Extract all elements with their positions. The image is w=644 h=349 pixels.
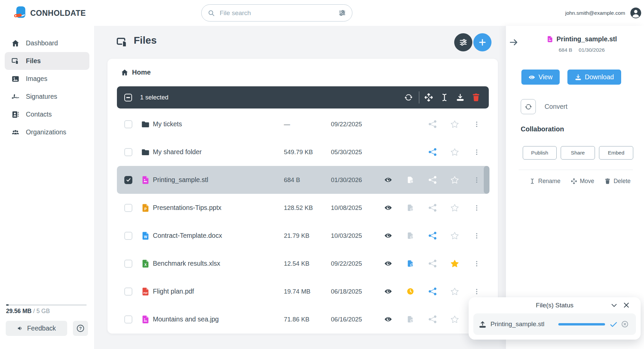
sidebar-item-organizations[interactable]: Organizations: [5, 123, 89, 141]
row-checkbox[interactable]: [124, 148, 132, 156]
file-name[interactable]: Flight plan.pdf: [153, 288, 284, 295]
file-row[interactable]: Printing_sample.stl684 B01/30/2026: [117, 166, 489, 194]
row-checkbox[interactable]: [124, 120, 132, 128]
share-icon[interactable]: [421, 285, 443, 299]
view-button[interactable]: View: [521, 70, 560, 85]
kebab-menu-icon[interactable]: [466, 257, 488, 271]
move-button[interactable]: Move: [571, 178, 594, 185]
preview-eye-icon[interactable]: [377, 229, 399, 243]
file-name[interactable]: My shared folder: [153, 148, 284, 156]
cancel-upload-icon[interactable]: [621, 320, 629, 328]
file-row[interactable]: Mountains and sea.jpg71.86 KB06/16/2025: [117, 305, 489, 333]
feedback-button[interactable]: Feedback: [6, 321, 67, 336]
sidebar-item-dashboard[interactable]: Dashboard: [5, 34, 89, 52]
star-icon[interactable]: [443, 201, 466, 215]
star-icon[interactable]: [443, 312, 466, 326]
rename-button[interactable]: Rename: [529, 178, 560, 185]
row-checkbox[interactable]: [124, 260, 132, 268]
row-checkbox[interactable]: [124, 204, 132, 212]
share-icon[interactable]: [421, 173, 443, 187]
file-name[interactable]: Benchmark results.xlsx: [153, 260, 284, 267]
sidebar-item-signatures[interactable]: Signatures: [5, 88, 89, 105]
convert-selected-icon[interactable]: [404, 93, 413, 101]
star-icon[interactable]: [443, 257, 466, 271]
move-selected-icon[interactable]: [425, 93, 433, 101]
share-icon[interactable]: [421, 145, 443, 159]
kebab-menu-icon[interactable]: [466, 117, 488, 131]
star-icon[interactable]: [443, 229, 466, 243]
file-row[interactable]: My tickets—09/22/2025: [117, 110, 489, 138]
delete-button[interactable]: Delete: [605, 178, 631, 185]
file-name[interactable]: Mountains and sea.jpg: [153, 315, 284, 323]
close-icon[interactable]: [622, 301, 630, 309]
brand-logo[interactable]: CONHOLDATE: [13, 6, 86, 20]
select-all-checkbox[interactable]: [124, 94, 132, 101]
conversion-status-icon[interactable]: [399, 201, 421, 215]
search-filter-icon[interactable]: [338, 9, 346, 17]
file-name[interactable]: Printing_sample.stl: [153, 176, 284, 184]
star-icon[interactable]: [443, 173, 466, 187]
file-row[interactable]: XBenchmark results.xlsx12.54 KB09/22/202…: [117, 250, 489, 277]
scrollbar-thumb[interactable]: [484, 166, 489, 194]
download-selected-icon[interactable]: [456, 93, 464, 101]
sidebar-item-contacts[interactable]: Contacts: [5, 105, 89, 123]
share-icon[interactable]: [421, 117, 443, 131]
add-file-button[interactable]: [473, 33, 491, 51]
row-checkbox[interactable]: [124, 232, 132, 240]
star-icon[interactable]: [443, 117, 466, 131]
organizations-icon: [11, 128, 19, 136]
list-settings-button[interactable]: [454, 33, 472, 51]
move-icon: [571, 178, 577, 184]
convert-button[interactable]: [521, 99, 536, 114]
details-file-name: Printing_sample.stl: [557, 35, 617, 43]
sidebar-item-images[interactable]: Images: [5, 70, 89, 88]
kebab-menu-icon[interactable]: [466, 145, 488, 159]
file-row[interactable]: WContract-Template.docx21.79 KB10/03/202…: [117, 222, 489, 250]
conversion-status-icon[interactable]: [399, 257, 421, 271]
preview-eye-icon[interactable]: [377, 285, 399, 299]
file-type-icon: X: [141, 259, 150, 269]
conversion-status-icon[interactable]: [399, 229, 421, 243]
star-icon[interactable]: [443, 285, 466, 299]
row-checkbox[interactable]: [124, 176, 132, 184]
row-checkbox[interactable]: [124, 315, 132, 323]
embed-button[interactable]: Embed: [599, 146, 633, 160]
file-size: 128.52 KB: [284, 204, 331, 212]
share-icon[interactable]: [421, 201, 443, 215]
kebab-menu-icon[interactable]: [466, 285, 488, 299]
delete-selected-icon[interactable]: [472, 93, 480, 101]
user-avatar[interactable]: [630, 7, 642, 19]
share-icon[interactable]: [421, 229, 443, 243]
rename-selected-icon[interactable]: [440, 93, 448, 101]
file-row[interactable]: PPresentations-Tips.pptx128.52 KB10/08/2…: [117, 194, 489, 222]
sidebar-item-files[interactable]: Files: [5, 52, 89, 70]
star-icon[interactable]: [443, 145, 466, 159]
file-date: 05/30/2025: [331, 148, 377, 156]
preview-eye-icon[interactable]: [377, 201, 399, 215]
conversion-status-icon[interactable]: [399, 312, 421, 326]
breadcrumb[interactable]: Home: [121, 69, 151, 76]
download-button[interactable]: Download: [567, 70, 621, 85]
conversion-status-icon[interactable]: [399, 173, 421, 187]
status-panel-header: File(s) Status: [469, 297, 641, 313]
file-row[interactable]: PDFFlight plan.pdf19.74 MB06/18/2025: [117, 277, 489, 305]
file-name[interactable]: Contract-Template.docx: [153, 232, 284, 239]
collapse-panel-button[interactable]: [509, 37, 520, 48]
file-name[interactable]: Presentations-Tips.pptx: [153, 204, 284, 212]
share-icon[interactable]: [421, 257, 443, 271]
preview-eye-icon[interactable]: [377, 257, 399, 271]
share-icon[interactable]: [421, 312, 443, 326]
publish-button[interactable]: Publish: [523, 146, 557, 160]
search-input[interactable]: [219, 9, 338, 17]
kebab-menu-icon[interactable]: [466, 229, 488, 243]
row-checkbox[interactable]: [124, 288, 132, 296]
conversion-status-icon[interactable]: [399, 285, 421, 299]
kebab-menu-icon[interactable]: [466, 201, 488, 215]
file-row[interactable]: My shared folder549.79 KB05/30/2025: [117, 138, 489, 166]
help-button[interactable]: ?: [73, 321, 88, 336]
share-button[interactable]: Share: [561, 146, 595, 160]
preview-eye-icon[interactable]: [377, 312, 399, 326]
file-name[interactable]: My tickets: [153, 120, 284, 128]
preview-eye-icon[interactable]: [377, 173, 399, 187]
chevron-down-icon[interactable]: [610, 301, 618, 309]
